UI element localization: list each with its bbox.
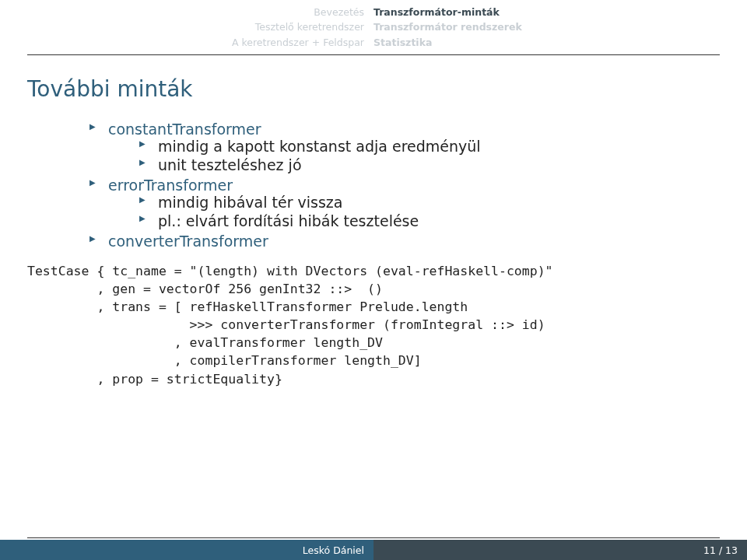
bullet-item: converterTransformer <box>89 233 720 250</box>
bullet-label: constantTransformer <box>108 121 261 138</box>
nav-right-item[interactable]: Statisztika <box>374 35 522 50</box>
nav-right-item-active[interactable]: Transzformátor-minták <box>374 5 522 19</box>
bullet-item: constantTransformer mindig a kapott kons… <box>89 121 720 173</box>
footer: Leskó Dániel 11 / 13 <box>0 540 747 560</box>
nav-left-item[interactable]: Bevezetés <box>0 5 364 19</box>
nav-left: Bevezetés Tesztelő keretrendszer A keret… <box>0 5 374 50</box>
footer-page: 11 / 13 <box>374 540 747 560</box>
slide-content: További minták constantTransformer mindi… <box>27 76 720 388</box>
bullet-list: constantTransformer mindig a kapott kons… <box>89 121 720 250</box>
nav-left-item[interactable]: A keretrendszer + Feldspar <box>0 35 364 50</box>
bullet-item: errorTransformer mindig hibával tér viss… <box>89 177 720 229</box>
sub-item: pl.: elvárt fordítási hibák tesztelése <box>139 212 720 229</box>
sub-list: mindig a kapott konstanst adja eredményü… <box>139 138 720 173</box>
sub-item: unit teszteléshez jó <box>139 156 720 173</box>
footer-rule <box>27 537 720 538</box>
nav-left-item[interactable]: Tesztelő keretrendszer <box>0 19 364 34</box>
sub-item: mindig hibával tér vissza <box>139 194 720 211</box>
header-rule <box>27 54 720 55</box>
bullet-label: converterTransformer <box>108 233 268 250</box>
sub-list: mindig hibával tér vissza pl.: elvárt fo… <box>139 194 720 229</box>
nav-header: Bevezetés Tesztelő keretrendszer A keret… <box>0 5 747 50</box>
sub-item: mindig a kapott konstanst adja eredményü… <box>139 138 720 155</box>
nav-right: Transzformátor-minták Transzformátor ren… <box>374 5 522 50</box>
bullet-label: errorTransformer <box>108 177 233 194</box>
code-block: TestCase { tc_name = "(length) with DVec… <box>27 262 720 388</box>
nav-right-item[interactable]: Transzformátor rendszerek <box>374 19 522 34</box>
slide-title: További minták <box>27 76 720 102</box>
footer-author: Leskó Dániel <box>0 540 374 560</box>
